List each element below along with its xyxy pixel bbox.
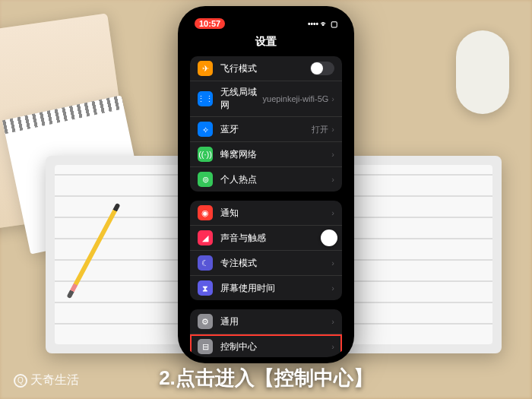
settings-row-bluetooth[interactable]: ⟡蓝牙打开› — [190, 117, 342, 142]
row-label: 声音与触感 — [220, 232, 331, 245]
settings-group: ◉通知›◢声音与触感›☾专注模式›⧗屏幕使用时间› — [190, 201, 342, 300]
settings-row-airplane[interactable]: ✈飞行模式 — [190, 56, 342, 81]
settings-row-focus[interactable]: ☾专注模式› — [190, 251, 342, 276]
chevron-right-icon: › — [331, 342, 334, 351]
wifi-status-icon: ᯤ — [321, 20, 328, 28]
chevron-right-icon: › — [331, 175, 334, 184]
row-label: 通用 — [220, 315, 331, 328]
airplane-icon: ✈ — [198, 61, 213, 76]
screentime-icon: ⧗ — [198, 280, 213, 296]
phone-screen: 10:57 •••• ᯤ ▢ 设置 ✈飞行模式⋮⋮无线局域网yuepinkeji… — [184, 12, 348, 357]
wifi-icon: ⋮⋮ — [198, 91, 213, 106]
notch — [228, 12, 304, 27]
status-indicators: •••• ᯤ ▢ — [308, 20, 337, 28]
settings-row-control-center[interactable]: ⊟控制中心› — [190, 334, 342, 357]
row-label: 屏幕使用时间 — [220, 282, 331, 295]
settings-row-sound[interactable]: ◢声音与触感› — [190, 226, 342, 251]
signal-icon: •••• — [308, 20, 318, 28]
row-label: 蜂窝网络 — [220, 148, 331, 161]
notification-icon: ◉ — [198, 205, 213, 220]
row-label: 个人热点 — [220, 173, 331, 186]
settings-row-notification[interactable]: ◉通知› — [190, 201, 342, 226]
bluetooth-icon: ⟡ — [198, 122, 213, 137]
chevron-right-icon: › — [331, 150, 334, 159]
focus-icon: ☾ — [198, 255, 213, 271]
callout-bubble — [321, 230, 337, 246]
chevron-right-icon: › — [331, 208, 334, 217]
chevron-right-icon: › — [331, 125, 334, 134]
row-detail: 打开 — [312, 124, 328, 135]
settings-list[interactable]: ✈飞行模式⋮⋮无线局域网yuepinkeji-wifi-5G›⟡蓝牙打开›((·… — [184, 56, 348, 357]
row-label: 蓝牙 — [220, 123, 312, 136]
hotspot-icon: ⊚ — [198, 172, 213, 187]
chevron-right-icon: › — [331, 317, 334, 326]
row-label: 飞行模式 — [220, 62, 310, 75]
toggle-switch[interactable] — [310, 62, 334, 75]
settings-group: ✈飞行模式⋮⋮无线局域网yuepinkeji-wifi-5G›⟡蓝牙打开›((·… — [190, 56, 342, 192]
page-title: 设置 — [184, 32, 348, 56]
chevron-right-icon: › — [331, 94, 334, 103]
settings-group: ⚙通用›⊟控制中心›AA显示与亮度›▦主屏幕›☺辅助功能› — [190, 309, 342, 357]
settings-row-screentime[interactable]: ⧗屏幕使用时间› — [190, 276, 342, 300]
row-label: 无线局域网 — [220, 86, 263, 112]
row-detail: yuepinkeji-wifi-5G — [263, 94, 329, 103]
general-icon: ⚙ — [198, 314, 213, 329]
row-label: 控制中心 — [220, 340, 331, 353]
status-time: 10:57 — [195, 18, 225, 29]
background-mouse — [456, 30, 509, 114]
chevron-right-icon: › — [331, 258, 334, 268]
row-label: 通知 — [220, 207, 331, 220]
settings-row-general[interactable]: ⚙通用› — [190, 309, 342, 334]
phone-frame: 10:57 •••• ᯤ ▢ 设置 ✈飞行模式⋮⋮无线局域网yuepinkeji… — [178, 6, 354, 363]
settings-row-cellular[interactable]: ((·))蜂窝网络› — [190, 142, 342, 167]
cellular-icon: ((·)) — [198, 147, 213, 162]
battery-icon: ▢ — [331, 20, 337, 28]
sound-icon: ◢ — [198, 230, 213, 245]
instruction-caption: 2.点击进入【控制中心】 — [0, 365, 532, 391]
settings-row-wifi[interactable]: ⋮⋮无线局域网yuepinkeji-wifi-5G› — [190, 81, 342, 117]
control-center-icon: ⊟ — [198, 339, 213, 354]
settings-row-hotspot[interactable]: ⊚个人热点› — [190, 167, 342, 192]
chevron-right-icon: › — [331, 283, 334, 293]
row-label: 专注模式 — [220, 257, 331, 270]
